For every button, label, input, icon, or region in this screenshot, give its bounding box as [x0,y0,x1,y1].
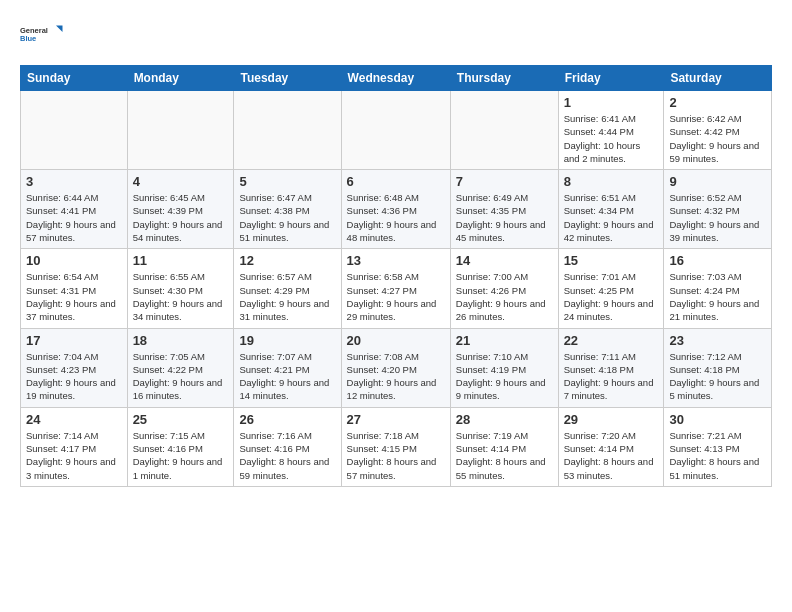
column-header-wednesday: Wednesday [341,66,450,91]
day-info: Sunrise: 7:14 AM Sunset: 4:17 PM Dayligh… [26,429,122,482]
day-cell: 18Sunrise: 7:05 AM Sunset: 4:22 PM Dayli… [127,328,234,407]
page: General Blue SundayMondayTuesdayWednesda… [0,0,792,612]
day-info: Sunrise: 6:47 AM Sunset: 4:38 PM Dayligh… [239,191,335,244]
day-info: Sunrise: 7:19 AM Sunset: 4:14 PM Dayligh… [456,429,553,482]
day-number: 12 [239,253,335,268]
column-header-sunday: Sunday [21,66,128,91]
day-info: Sunrise: 6:44 AM Sunset: 4:41 PM Dayligh… [26,191,122,244]
day-number: 19 [239,333,335,348]
day-info: Sunrise: 7:10 AM Sunset: 4:19 PM Dayligh… [456,350,553,403]
day-cell: 11Sunrise: 6:55 AM Sunset: 4:30 PM Dayli… [127,249,234,328]
column-header-thursday: Thursday [450,66,558,91]
svg-marker-2 [56,26,63,33]
day-info: Sunrise: 6:41 AM Sunset: 4:44 PM Dayligh… [564,112,659,165]
day-info: Sunrise: 7:21 AM Sunset: 4:13 PM Dayligh… [669,429,766,482]
day-cell: 26Sunrise: 7:16 AM Sunset: 4:16 PM Dayli… [234,407,341,486]
calendar-header: SundayMondayTuesdayWednesdayThursdayFrid… [21,66,772,91]
day-info: Sunrise: 7:18 AM Sunset: 4:15 PM Dayligh… [347,429,445,482]
day-info: Sunrise: 7:03 AM Sunset: 4:24 PM Dayligh… [669,270,766,323]
day-number: 21 [456,333,553,348]
day-info: Sunrise: 6:49 AM Sunset: 4:35 PM Dayligh… [456,191,553,244]
column-header-saturday: Saturday [664,66,772,91]
day-number: 10 [26,253,122,268]
day-info: Sunrise: 6:48 AM Sunset: 4:36 PM Dayligh… [347,191,445,244]
day-number: 22 [564,333,659,348]
day-info: Sunrise: 6:55 AM Sunset: 4:30 PM Dayligh… [133,270,229,323]
day-number: 17 [26,333,122,348]
day-number: 3 [26,174,122,189]
day-number: 27 [347,412,445,427]
day-cell: 15Sunrise: 7:01 AM Sunset: 4:25 PM Dayli… [558,249,664,328]
day-number: 20 [347,333,445,348]
day-cell: 29Sunrise: 7:20 AM Sunset: 4:14 PM Dayli… [558,407,664,486]
day-cell [127,91,234,170]
day-number: 2 [669,95,766,110]
logo: General Blue [20,15,65,53]
week-row-4: 17Sunrise: 7:04 AM Sunset: 4:23 PM Dayli… [21,328,772,407]
day-cell [21,91,128,170]
day-cell: 23Sunrise: 7:12 AM Sunset: 4:18 PM Dayli… [664,328,772,407]
day-cell: 16Sunrise: 7:03 AM Sunset: 4:24 PM Dayli… [664,249,772,328]
week-row-2: 3Sunrise: 6:44 AM Sunset: 4:41 PM Daylig… [21,170,772,249]
column-header-friday: Friday [558,66,664,91]
day-info: Sunrise: 7:08 AM Sunset: 4:20 PM Dayligh… [347,350,445,403]
day-info: Sunrise: 6:51 AM Sunset: 4:34 PM Dayligh… [564,191,659,244]
day-info: Sunrise: 7:00 AM Sunset: 4:26 PM Dayligh… [456,270,553,323]
day-cell: 2Sunrise: 6:42 AM Sunset: 4:42 PM Daylig… [664,91,772,170]
day-cell [341,91,450,170]
day-number: 7 [456,174,553,189]
svg-text:Blue: Blue [20,34,36,43]
day-number: 9 [669,174,766,189]
day-cell: 17Sunrise: 7:04 AM Sunset: 4:23 PM Dayli… [21,328,128,407]
day-info: Sunrise: 6:54 AM Sunset: 4:31 PM Dayligh… [26,270,122,323]
day-info: Sunrise: 6:42 AM Sunset: 4:42 PM Dayligh… [669,112,766,165]
day-info: Sunrise: 7:07 AM Sunset: 4:21 PM Dayligh… [239,350,335,403]
day-info: Sunrise: 7:16 AM Sunset: 4:16 PM Dayligh… [239,429,335,482]
day-cell: 4Sunrise: 6:45 AM Sunset: 4:39 PM Daylig… [127,170,234,249]
day-cell: 19Sunrise: 7:07 AM Sunset: 4:21 PM Dayli… [234,328,341,407]
day-cell [450,91,558,170]
day-number: 6 [347,174,445,189]
day-cell: 25Sunrise: 7:15 AM Sunset: 4:16 PM Dayli… [127,407,234,486]
calendar-body: 1Sunrise: 6:41 AM Sunset: 4:44 PM Daylig… [21,91,772,487]
day-cell: 27Sunrise: 7:18 AM Sunset: 4:15 PM Dayli… [341,407,450,486]
day-cell: 5Sunrise: 6:47 AM Sunset: 4:38 PM Daylig… [234,170,341,249]
day-cell: 3Sunrise: 6:44 AM Sunset: 4:41 PM Daylig… [21,170,128,249]
day-info: Sunrise: 7:04 AM Sunset: 4:23 PM Dayligh… [26,350,122,403]
week-row-3: 10Sunrise: 6:54 AM Sunset: 4:31 PM Dayli… [21,249,772,328]
day-info: Sunrise: 7:15 AM Sunset: 4:16 PM Dayligh… [133,429,229,482]
day-number: 11 [133,253,229,268]
day-info: Sunrise: 7:05 AM Sunset: 4:22 PM Dayligh… [133,350,229,403]
day-number: 25 [133,412,229,427]
day-cell: 6Sunrise: 6:48 AM Sunset: 4:36 PM Daylig… [341,170,450,249]
day-number: 29 [564,412,659,427]
day-cell: 28Sunrise: 7:19 AM Sunset: 4:14 PM Dayli… [450,407,558,486]
day-info: Sunrise: 6:57 AM Sunset: 4:29 PM Dayligh… [239,270,335,323]
column-header-tuesday: Tuesday [234,66,341,91]
day-number: 23 [669,333,766,348]
day-cell: 30Sunrise: 7:21 AM Sunset: 4:13 PM Dayli… [664,407,772,486]
day-cell: 7Sunrise: 6:49 AM Sunset: 4:35 PM Daylig… [450,170,558,249]
day-cell: 22Sunrise: 7:11 AM Sunset: 4:18 PM Dayli… [558,328,664,407]
day-info: Sunrise: 7:12 AM Sunset: 4:18 PM Dayligh… [669,350,766,403]
day-number: 18 [133,333,229,348]
day-cell: 20Sunrise: 7:08 AM Sunset: 4:20 PM Dayli… [341,328,450,407]
day-cell: 1Sunrise: 6:41 AM Sunset: 4:44 PM Daylig… [558,91,664,170]
day-cell: 8Sunrise: 6:51 AM Sunset: 4:34 PM Daylig… [558,170,664,249]
header: General Blue [20,15,772,53]
header-row: SundayMondayTuesdayWednesdayThursdayFrid… [21,66,772,91]
day-number: 15 [564,253,659,268]
day-number: 5 [239,174,335,189]
day-number: 4 [133,174,229,189]
week-row-5: 24Sunrise: 7:14 AM Sunset: 4:17 PM Dayli… [21,407,772,486]
day-info: Sunrise: 7:11 AM Sunset: 4:18 PM Dayligh… [564,350,659,403]
day-number: 30 [669,412,766,427]
day-number: 13 [347,253,445,268]
day-cell: 14Sunrise: 7:00 AM Sunset: 4:26 PM Dayli… [450,249,558,328]
day-number: 1 [564,95,659,110]
day-cell: 10Sunrise: 6:54 AM Sunset: 4:31 PM Dayli… [21,249,128,328]
day-info: Sunrise: 7:20 AM Sunset: 4:14 PM Dayligh… [564,429,659,482]
day-number: 26 [239,412,335,427]
day-number: 8 [564,174,659,189]
day-cell: 13Sunrise: 6:58 AM Sunset: 4:27 PM Dayli… [341,249,450,328]
